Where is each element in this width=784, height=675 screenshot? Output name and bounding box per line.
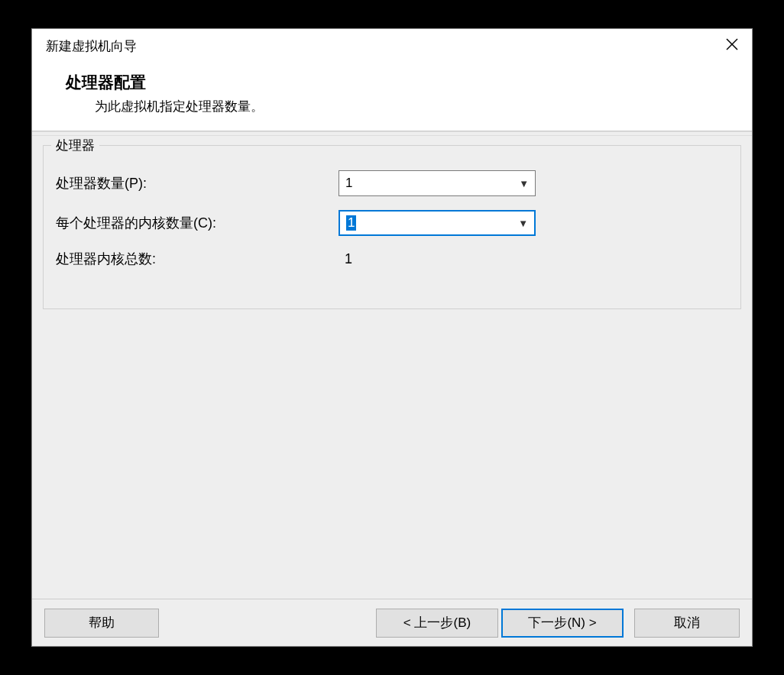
cores-select[interactable]: 1 ▼ [339, 210, 536, 236]
total-label: 处理器内核总数: [56, 250, 339, 268]
chevron-down-icon: ▼ [519, 178, 529, 189]
processors-value: 1 [345, 176, 352, 191]
back-button[interactable]: < 上一步(B) [376, 609, 498, 638]
chevron-down-icon: ▼ [518, 218, 528, 229]
page-subtitle: 为此虚拟机指定处理器数量。 [95, 98, 752, 115]
wizard-header: 处理器配置 为此虚拟机指定处理器数量。 [32, 63, 752, 131]
wizard-dialog: 新建虚拟机向导 处理器配置 为此虚拟机指定处理器数量。 处理器 处理器数量(P)… [31, 28, 753, 647]
row-total: 处理器内核总数: 1 [56, 250, 728, 268]
dialog-title: 新建虚拟机向导 [46, 37, 137, 55]
cores-value: 1 [346, 215, 356, 231]
help-button[interactable]: 帮助 [44, 609, 159, 638]
processors-group: 处理器 处理器数量(P): 1 ▼ 每个处理器的内核数量(C): 1 ▼ 处理器… [43, 145, 741, 309]
row-processors: 处理器数量(P): 1 ▼ [56, 170, 728, 196]
next-button[interactable]: 下一步(N) > [501, 609, 624, 638]
group-legend: 处理器 [51, 137, 99, 154]
processors-select[interactable]: 1 ▼ [339, 170, 536, 196]
cancel-button-label: 取消 [674, 614, 700, 631]
close-icon [726, 38, 738, 50]
total-value: 1 [339, 251, 352, 267]
close-button[interactable] [714, 29, 750, 60]
cores-label: 每个处理器的内核数量(C): [56, 214, 339, 232]
page-title: 处理器配置 [66, 72, 752, 93]
next-button-label: 下一步(N) > [528, 614, 596, 631]
back-button-label: < 上一步(B) [403, 614, 471, 631]
processors-label: 处理器数量(P): [56, 174, 339, 192]
cancel-button[interactable]: 取消 [634, 609, 740, 638]
wizard-footer: 帮助 < 上一步(B) 下一步(N) > 取消 [32, 599, 752, 646]
wizard-body: 处理器 处理器数量(P): 1 ▼ 每个处理器的内核数量(C): 1 ▼ 处理器… [32, 136, 752, 599]
titlebar: 新建虚拟机向导 [32, 29, 752, 63]
row-cores: 每个处理器的内核数量(C): 1 ▼ [56, 210, 728, 236]
help-button-label: 帮助 [89, 614, 115, 631]
